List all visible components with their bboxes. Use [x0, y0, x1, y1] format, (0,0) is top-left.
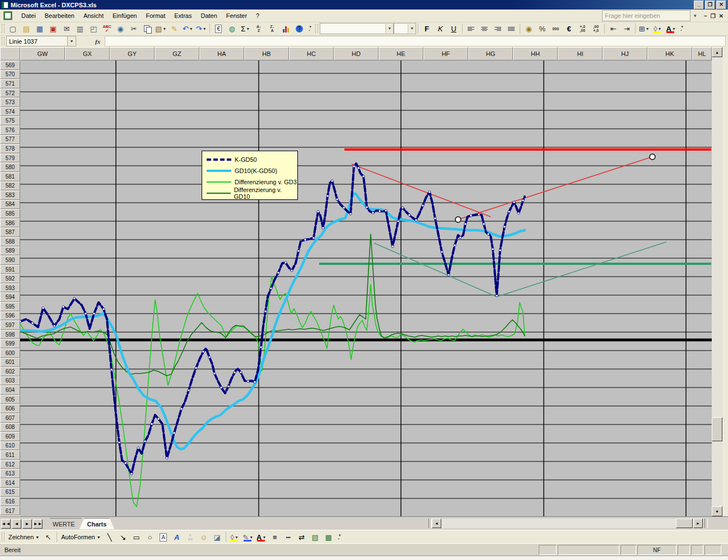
row-header-593[interactable]: 593 [0, 283, 20, 293]
format-painter-button[interactable]: ✎ [167, 22, 181, 35]
copy-button[interactable] [141, 22, 154, 35]
fontsize-combo[interactable]: ▼ [394, 23, 416, 34]
row-header-606[interactable]: 606 [0, 404, 20, 413]
rectangle-button[interactable]: ▭ [130, 531, 143, 543]
thousands-button[interactable]: 000 [549, 22, 562, 35]
row-header-616[interactable]: 616 [0, 497, 20, 506]
select-pointer-button[interactable]: ↖ [41, 531, 55, 543]
row-header-602[interactable]: 602 [0, 367, 20, 376]
scroll-split-handle[interactable] [704, 519, 708, 528]
doc-minimize-button[interactable]: – [704, 13, 707, 19]
row-header-572[interactable]: 572 [0, 88, 20, 98]
menu-item-einfuegen[interactable]: Einfügen [108, 11, 141, 21]
line-color-dropdown-icon[interactable]: ▼ [249, 535, 253, 539]
italic-button[interactable]: K [433, 22, 447, 35]
column-header-HD[interactable]: HD [334, 47, 379, 60]
autoformen-menu-button[interactable]: AutoFormen ▼ [59, 533, 102, 542]
select-all-corner[interactable] [0, 47, 20, 60]
decrease-indent-button[interactable]: ⇤ [606, 22, 620, 35]
new-button[interactable]: ▢ [6, 22, 20, 35]
sheet-grid[interactable] [20, 60, 712, 516]
vertical-scrollbar[interactable]: ▲ ▼ [712, 47, 722, 516]
column-header-HE[interactable]: HE [379, 47, 423, 60]
fontsize-combo-dropdown-icon[interactable]: ▼ [408, 24, 416, 33]
row-header-613[interactable]: 613 [0, 469, 20, 478]
column-header-GZ[interactable]: GZ [155, 47, 199, 60]
mail-button[interactable]: ✉ [60, 22, 73, 35]
column-header-GY[interactable]: GY [110, 47, 155, 60]
clipart-button[interactable]: ☺ [197, 531, 211, 543]
column-header-HB[interactable]: HB [244, 47, 289, 60]
column-header-partial[interactable]: HL [692, 47, 712, 60]
arrow-button[interactable]: ↘ [116, 531, 130, 543]
font-color-dropdown-icon[interactable]: ▼ [262, 535, 266, 539]
row-header-603[interactable]: 603 [0, 376, 20, 386]
row-header-601[interactable]: 601 [0, 358, 20, 367]
menu-item-format[interactable]: Format [141, 11, 170, 21]
arrow-style-button[interactable]: ⇄ [295, 531, 309, 543]
bold-button[interactable]: F [420, 22, 433, 35]
fill-color-dropdown-icon[interactable]: ▼ [235, 535, 239, 539]
row-header-611[interactable]: 611 [0, 450, 20, 460]
column-header-GX[interactable]: GX [65, 47, 110, 60]
spelling-button[interactable]: ABC✓ [100, 22, 114, 35]
options-chevron-3-icon[interactable]: ▼▪ [337, 531, 343, 543]
row-header-615[interactable]: 615 [0, 488, 20, 497]
next-sheet-button[interactable]: ► [22, 519, 32, 529]
undo-dropdown-icon[interactable]: ▼ [189, 27, 193, 31]
row-header-599[interactable]: 599 [0, 339, 20, 348]
last-sheet-button[interactable]: ►► [33, 519, 43, 529]
prev-sheet-button[interactable]: ◄ [12, 519, 21, 529]
column-header-HG[interactable]: HG [468, 47, 513, 60]
paste-dropdown-icon[interactable]: ▼ [162, 27, 166, 31]
align-center-button[interactable] [478, 22, 491, 35]
column-header-HA[interactable]: HA [199, 47, 244, 60]
threed-style-button[interactable]: ▩ [322, 531, 335, 543]
row-header-591[interactable]: 591 [0, 265, 20, 274]
row-header-581[interactable]: 581 [0, 172, 20, 181]
formula-bar-grip[interactable] [2, 37, 4, 46]
doc-restore-button[interactable]: ❐ [711, 13, 716, 19]
hyperlink-button[interactable]: ◍ [225, 22, 239, 35]
row-header-592[interactable]: 592 [0, 274, 20, 283]
drawing-toolbar-grip[interactable] [2, 533, 4, 542]
zeichnen-menu-button[interactable]: Zeichnen ▼ [6, 533, 41, 542]
percent-style-button[interactable]: % [535, 22, 549, 35]
menu-item-fenster[interactable]: Fenster [222, 11, 251, 21]
font-combo[interactable]: ▼ [320, 23, 394, 34]
redo-button[interactable]: ↷▼ [194, 22, 208, 35]
row-header-608[interactable]: 608 [0, 423, 20, 432]
redo-dropdown-icon[interactable]: ▼ [203, 27, 207, 31]
row-header-585[interactable]: 585 [0, 209, 20, 218]
row-header-607[interactable]: 607 [0, 413, 20, 423]
vertical-scroll-thumb[interactable] [712, 417, 722, 441]
row-header-609[interactable]: 609 [0, 432, 20, 441]
row-header-594[interactable]: 594 [0, 292, 20, 302]
scroll-up-button[interactable]: ▲ [712, 47, 722, 57]
row-header-582[interactable]: 582 [0, 181, 20, 191]
row-header-614[interactable]: 614 [0, 478, 20, 488]
cut-button[interactable]: ✂ [127, 22, 141, 35]
row-header-569[interactable]: 569 [0, 60, 20, 70]
line-button[interactable]: ╲ [103, 531, 116, 543]
autosum-button[interactable]: Σ▼ [239, 22, 252, 35]
column-header-HJ[interactable]: HJ [603, 47, 647, 60]
menu-item-hilfe[interactable]: ? [251, 11, 264, 21]
menu-item-datei[interactable]: Datei [17, 11, 40, 21]
chart-legend[interactable]: K-GD50GD10(K-GD50)Differenzierung v. GD3… [202, 151, 298, 200]
column-header-HI[interactable]: HI [558, 47, 603, 60]
toolbar-grip[interactable] [2, 24, 4, 33]
row-header-610[interactable]: 610 [0, 441, 20, 451]
menu-item-daten[interactable]: Daten [196, 11, 221, 21]
column-header-HH[interactable]: HH [513, 47, 558, 60]
shadow-style-button[interactable]: ▧ [309, 531, 322, 543]
row-header-579[interactable]: 579 [0, 153, 20, 163]
name-box-dropdown-icon[interactable]: ▼ [68, 36, 76, 46]
insert-function-button[interactable]: fx [92, 38, 104, 45]
scroll-right-button[interactable]: ► [693, 519, 703, 528]
line-color-button[interactable]: ✎▼ [241, 531, 255, 543]
restore-button[interactable]: ❐ [705, 1, 715, 10]
sheet-tab-charts[interactable]: Charts [80, 518, 115, 529]
line-style-button[interactable]: ≡ [268, 531, 282, 543]
minimize-button[interactable]: _ [694, 1, 704, 10]
